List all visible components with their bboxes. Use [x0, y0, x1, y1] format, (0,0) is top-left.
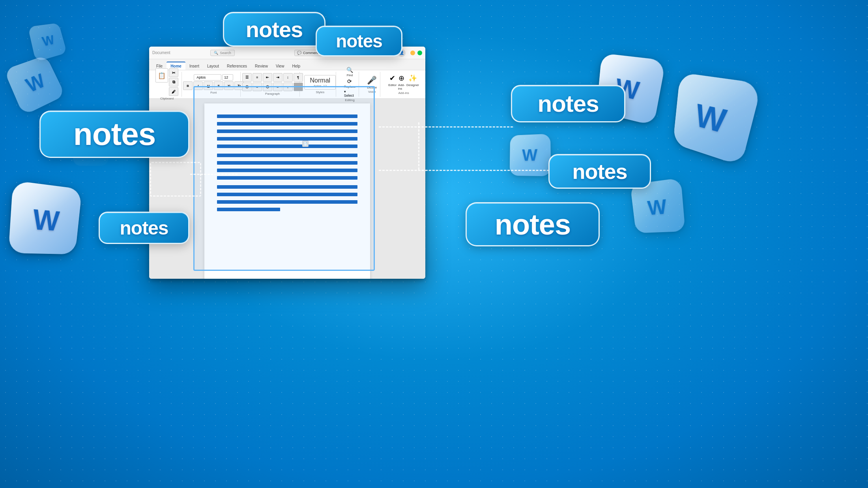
- ribbon-group-paragraph: ☰ ≡ ⇤ ⇥ ↕ ¶ ⬡ ≡ ⬡ ≡ ↕ Paragraph: [245, 72, 299, 97]
- ribbon-group-editing: 🔍 Find ⟳ Replace ▾ Select Editing: [341, 72, 359, 97]
- voice-group: 🎤 Dictate: [367, 75, 377, 89]
- para-bottom-row: ⬡ ≡ ⬡ ≡ ↕: [242, 83, 303, 91]
- sort-button[interactable]: ↕: [283, 73, 293, 82]
- font-size-selector[interactable]: 12: [222, 74, 233, 81]
- justify-button[interactable]: ≡: [273, 83, 282, 91]
- notes-badge-bottom-left: notes: [99, 212, 189, 244]
- notes-badge-mid-left: notes: [39, 111, 189, 158]
- voice-label: Voice: [368, 90, 376, 94]
- addins-button[interactable]: ⊕ Add-ins: [398, 74, 405, 90]
- find-button[interactable]: 🔍 Find: [346, 67, 353, 77]
- show-all-button[interactable]: ¶: [294, 73, 303, 82]
- word-icon-farright: W: [671, 79, 750, 158]
- document-page[interactable]: [204, 103, 370, 279]
- underline-button[interactable]: U: [204, 81, 213, 90]
- doc-line-13: [217, 208, 280, 211]
- tab-help[interactable]: Help: [288, 62, 304, 70]
- doc-line-2: [217, 122, 357, 126]
- doc-line-3: [217, 130, 357, 133]
- format-painter-button[interactable]: 🖌: [169, 87, 178, 96]
- font-name-selector[interactable]: Aptos: [194, 74, 221, 81]
- doc-line-4: [217, 137, 357, 141]
- doc-line-11: [217, 193, 357, 196]
- shading-button[interactable]: [294, 83, 303, 91]
- italic-button[interactable]: I: [193, 81, 203, 90]
- addins-group: ✔ Editor ⊕ Add-ins ✨ Designer: [388, 74, 419, 90]
- current-style-name: Normal: [308, 77, 332, 84]
- word-icon-right3: W: [631, 182, 683, 233]
- line-spacing-button[interactable]: ↕: [283, 83, 293, 91]
- doc-line-6: [217, 154, 357, 157]
- superscript-button[interactable]: X²: [224, 81, 234, 90]
- dashed-rect-1: [150, 162, 201, 197]
- replace-button[interactable]: ⟳ Replace: [344, 78, 355, 88]
- ribbon-content: 📋 ✂ ⧉ 🖌 Clipboard Aptos 12 B I U S X²: [149, 70, 425, 99]
- window-controls: [410, 51, 422, 55]
- font-bottom-row: B I U S X² X₂: [183, 81, 244, 90]
- dashed-connector-v1: [418, 122, 419, 170]
- ribbon-group-clipboard: 📋 ✂ ⧉ 🖌 Clipboard: [152, 72, 182, 97]
- word-icon-topleft: W: [7, 54, 65, 112]
- tab-references[interactable]: References: [223, 62, 251, 70]
- search-placeholder: Search: [220, 51, 231, 55]
- tab-layout[interactable]: Layout: [203, 62, 223, 70]
- find-replace-group: 🔍 Find ⟳ Replace ▾ Select: [344, 67, 355, 98]
- doc-line-7: [217, 161, 357, 165]
- addins-label: Add-ins: [398, 91, 409, 95]
- dashed-connector-2: [379, 126, 513, 128]
- word-letter-2: W: [32, 203, 61, 236]
- doc-line-12: [217, 200, 357, 204]
- numbering-button[interactable]: ≡: [253, 73, 262, 82]
- search-icon: 🔍: [214, 51, 218, 55]
- word-letter-4: W: [522, 145, 537, 164]
- notes-badge-bottom-right: notes: [466, 202, 600, 246]
- designer-button[interactable]: ✨ Designer: [406, 74, 419, 90]
- word-letter-6: W: [693, 96, 730, 141]
- doc-line-9: [217, 176, 357, 180]
- word-letter-5: W: [646, 194, 668, 220]
- cut-button[interactable]: ✂: [169, 68, 178, 77]
- font-label: Font: [210, 91, 217, 94]
- dashed-connector-3: [379, 170, 556, 171]
- align-left-button[interactable]: ⬡: [242, 83, 252, 91]
- search-box[interactable]: 🔍 Search: [210, 50, 235, 56]
- notes-badge-center-right: notes: [548, 154, 651, 189]
- minimize-button[interactable]: [410, 51, 415, 55]
- word-icon-bottomleft: W: [12, 186, 81, 255]
- tab-view[interactable]: View: [272, 62, 288, 70]
- indent-decrease-button[interactable]: ⇤: [263, 73, 272, 82]
- word-letter-7: W: [41, 32, 56, 50]
- select-button[interactable]: ▾ Select: [344, 90, 355, 98]
- doc-line-1: [217, 114, 357, 118]
- notes-badge-mid-right: notes: [511, 85, 625, 122]
- editor-button[interactable]: ✔ Editor: [388, 74, 397, 90]
- bullets-button[interactable]: ☰: [242, 73, 252, 82]
- styles-label: Styles: [316, 90, 324, 94]
- notes-badge-top-right: notes: [316, 26, 402, 56]
- doc-line-8: [217, 169, 357, 172]
- ribbon-group-addins: ✔ Editor ⊕ Add-ins ✨ Designer Add-ins: [385, 72, 422, 97]
- strikethrough-button[interactable]: S: [214, 81, 223, 90]
- maximize-button[interactable]: [417, 51, 422, 55]
- styles-panel[interactable]: Normal Aptos, 12: [304, 75, 336, 90]
- copy-button[interactable]: ⧉: [169, 78, 178, 86]
- indent-increase-button[interactable]: ⇥: [273, 73, 282, 82]
- font-top-row: Aptos 12: [194, 74, 233, 81]
- clipboard-secondary: ✂ ⧉ 🖌: [169, 68, 178, 96]
- paragraph-label: Paragraph: [265, 92, 280, 96]
- dictate-button[interactable]: 🎤 Dictate: [367, 75, 377, 89]
- align-right-button[interactable]: ⬡: [263, 83, 272, 91]
- page-indicator: 📄: [302, 141, 309, 147]
- clipboard-buttons: 📋 ✂ ⧉ 🖌: [155, 68, 178, 96]
- bold-button[interactable]: B: [183, 81, 193, 90]
- word-icon-topleft-small: W: [32, 24, 65, 57]
- ribbon-group-font: Aptos 12 B I U S X² X₂ Font: [187, 72, 241, 97]
- paste-button[interactable]: 📋: [155, 68, 168, 83]
- word-letter: W: [22, 69, 49, 97]
- notes-badge-top-center: notes: [223, 12, 326, 47]
- align-center-button[interactable]: ≡: [253, 83, 262, 91]
- tab-review[interactable]: Review: [251, 62, 272, 70]
- tab-insert[interactable]: Insert: [185, 62, 203, 70]
- para-top-row: ☰ ≡ ⇤ ⇥ ↕ ¶: [242, 73, 303, 82]
- ribbon-group-styles: Normal Aptos, 12 Styles: [305, 72, 336, 97]
